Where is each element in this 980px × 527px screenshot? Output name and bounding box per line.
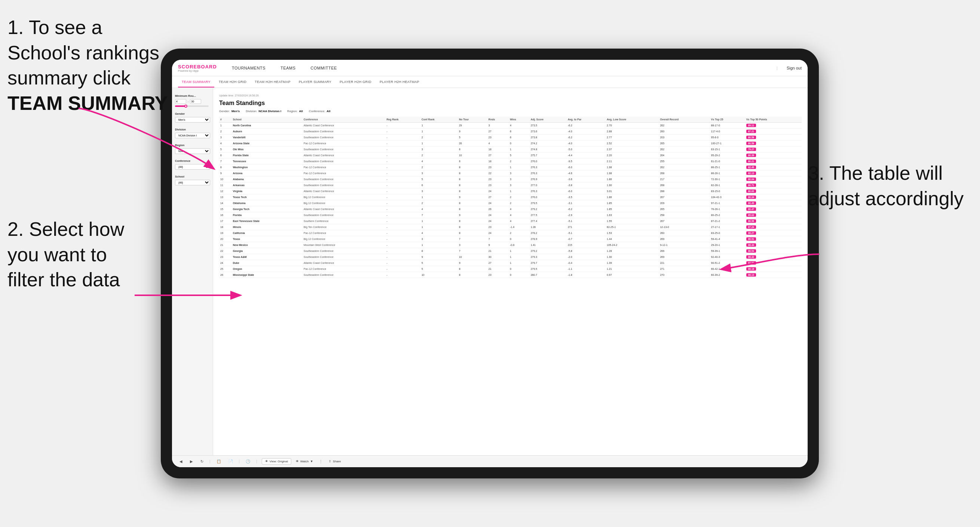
cell-reg-rank: - [385, 146, 421, 152]
cell-vs-top50: 86.91 [745, 236, 802, 242]
standings-table: # School Conference Reg Rank Conf Rank N… [219, 117, 802, 278]
toolbar-paste[interactable]: 📄 [227, 459, 234, 464]
sidebar-slider-thumb[interactable] [185, 105, 187, 108]
cell-no-tour: 8 [458, 230, 487, 236]
sidebar-school-select[interactable]: (All) [175, 180, 210, 186]
view-original-button[interactable]: 👁 View: Original [262, 458, 291, 465]
sidebar-region-select[interactable]: N/A All [175, 148, 210, 154]
cell-avg-low: 1.30 [606, 254, 659, 260]
cell-vs-top50: 85.02 [745, 212, 802, 218]
col-rnds: Rnds [487, 117, 509, 122]
cell-rnds: 24 [487, 218, 509, 224]
cell-no-tour: 7 [458, 236, 487, 242]
cell-vs-top25: 27-17-1 [710, 224, 745, 230]
cell-avg-low: 0.97 [606, 272, 659, 278]
subnav-team-h2h-grid[interactable]: TEAM H2H GRID [215, 77, 250, 87]
filter-division: Division: NCAA Division I [246, 110, 281, 113]
cell-conf-rank: 10 [420, 272, 458, 278]
subnav-team-summary[interactable]: TEAM SUMMARY [178, 77, 214, 87]
cell-overall: 265 [659, 141, 710, 146]
toolbar-copy[interactable]: 📋 [215, 459, 223, 464]
cell-adj-score: 276.3 [530, 165, 566, 170]
table-row: 24DukeAtlantic Coast Conference-59271279… [219, 260, 802, 266]
cell-wins: 2 [509, 200, 530, 206]
cell-overall: 271 [659, 266, 710, 272]
cell-conf-rank: 1 [420, 242, 458, 248]
subnav-team-h2h-heatmap[interactable]: TEAM H2H HEATMAP [251, 77, 294, 87]
cell-vs-top50: 86.56 [745, 218, 802, 224]
sidebar-max-input[interactable] [190, 99, 201, 104]
sidebar-conference-label: Conference [175, 159, 210, 163]
sidebar-division-select[interactable]: NCAA Division I NCAA Division II NCAA Di… [175, 133, 210, 138]
cell-rank: 1 [219, 122, 232, 129]
cell-avg-par: -4.6 [566, 170, 605, 176]
share-icon: ⇧ [329, 460, 331, 463]
cell-conference: Southeastern Conference [302, 183, 385, 188]
cell-reg-rank: - [385, 206, 421, 212]
cell-reg-rank: - [385, 236, 421, 242]
cell-avg-par: 271 [566, 224, 605, 230]
cell-avg-low: 1.63 [606, 212, 659, 218]
cell-adj-score: 279.2 [530, 248, 566, 254]
nav-committee[interactable]: COMMITTEE [308, 64, 340, 72]
cell-rnds: 22 [487, 170, 509, 176]
cell-vs-top25: 80-25-2 [710, 212, 745, 218]
cell-overall: 12-13-0 [659, 224, 710, 230]
cell-no-tour: 26 [458, 141, 487, 146]
sign-out-button[interactable]: Sign out [787, 66, 802, 70]
table-row: 19CaliforniaPac-12 Conference-48242278.2… [219, 230, 802, 236]
cell-conf-rank: 3 [420, 170, 458, 176]
sidebar-slider-track[interactable] [175, 105, 208, 107]
subnav-player-summary[interactable]: PLAYER SUMMARY [295, 77, 335, 87]
toolbar-clock[interactable]: 🕐 [244, 459, 251, 464]
sidebar-gender-select[interactable]: Men's Women's [175, 117, 210, 122]
nav-tournaments[interactable]: TOURNAMENTS [229, 64, 269, 72]
cell-rank: 23 [219, 254, 232, 260]
cell-conference: Mountain West Conference [302, 242, 385, 248]
cell-school: Washington [232, 165, 302, 170]
toolbar-options[interactable]: ⋮ [317, 459, 324, 464]
cell-reg-rank: - [385, 248, 421, 254]
cell-conference: Atlantic Coast Conference [302, 152, 385, 159]
cell-rnds: 24 [487, 212, 509, 218]
toolbar-back[interactable]: ◀ [178, 459, 184, 464]
cell-school: Georgia Tech [232, 206, 302, 212]
toolbar-reload[interactable]: ↻ [199, 459, 205, 464]
cell-avg-par: -1.8 [566, 272, 605, 278]
cell-rank: 10 [219, 176, 232, 183]
cell-rank: 11 [219, 183, 232, 188]
watch-button[interactable]: 👁 Watch ▼ [296, 460, 313, 463]
sidebar-conference-select[interactable]: (All) [175, 164, 210, 170]
cell-school: Illinois [232, 224, 302, 230]
sidebar: Minimum Rou... - Gender Men's [172, 88, 213, 455]
cell-no-tour: 9 [458, 194, 487, 200]
cell-no-tour: 8 [458, 206, 487, 212]
table-row: 20TexasBig 12 Conference-3770278.9-0.71.… [219, 236, 802, 242]
cell-vs-top50: 80.34 [745, 194, 802, 200]
cell-rnds: 21 [487, 248, 509, 254]
cell-avg-low: 1.98 [606, 165, 659, 170]
cell-rank: 18 [219, 224, 232, 230]
nav-teams[interactable]: TEAMS [277, 64, 298, 72]
cell-overall: 270 [659, 272, 710, 278]
cell-school: Ole Miss [232, 146, 302, 152]
subnav-player-h2h-grid[interactable]: PLAYER H2H GRID [336, 77, 375, 87]
cell-avg-par: -5.1 [566, 230, 605, 236]
cell-vs-top25: 88-17-0 [710, 122, 745, 129]
cell-conference: Atlantic Coast Conference [302, 188, 385, 194]
cell-conference: Southeastern Conference [302, 129, 385, 135]
cell-vs-top50: 88.27 [745, 230, 802, 236]
subnav-player-h2h-heatmap[interactable]: PLAYER H2H HEATMAP [376, 77, 423, 87]
toolbar-forward[interactable]: ▶ [188, 459, 194, 464]
cell-reg-rank: - [385, 129, 421, 135]
cell-no-tour: 8 [458, 165, 487, 170]
share-button[interactable]: ⇧ Share [329, 460, 340, 463]
cell-wins: 6 [509, 129, 530, 135]
cell-overall: 209 [659, 200, 710, 206]
cell-no-tour: 9 [458, 260, 487, 266]
cell-school: Florida State [232, 152, 302, 159]
col-avg-par: Avg. to Par [566, 117, 605, 122]
sidebar-min-input[interactable] [175, 99, 186, 104]
table-row: 7TennesseeSoutheastern Conference-461822… [219, 159, 802, 165]
cell-conference: Big 12 Conference [302, 236, 385, 242]
